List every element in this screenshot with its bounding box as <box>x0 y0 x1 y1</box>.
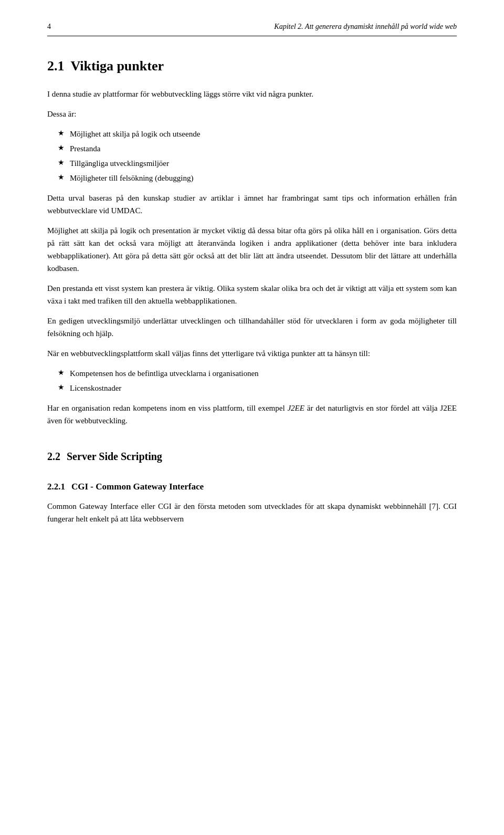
section-2-2-1-title: CGI - Common Gateway Interface <box>71 482 204 492</box>
star-icon: ★ <box>58 128 65 139</box>
dessa-ar-label: Dessa är: <box>47 108 457 120</box>
page-number: 4 <box>47 21 51 33</box>
j2ee-italic: J2EE <box>287 404 304 412</box>
paragraph-utvecklingsmiljo: En gedigen utvecklingsmiljö underlättar … <box>47 315 457 340</box>
paragraph-urval: Detta urval baseras på den kunskap studi… <box>47 192 457 217</box>
list-item: ★ Tillgängliga utvecklingsmiljöer <box>58 157 457 170</box>
bullet-1-text: Möjlighet att skilja på logik och utseen… <box>70 128 200 140</box>
paragraph-mojlighet: Möjlighet att skilja på logik och presen… <box>47 224 457 275</box>
page: 4 Kapitel 2. Att generera dynamiskt inne… <box>0 0 504 835</box>
section-2-2-1-heading: 2.2.1CGI - Common Gateway Interface <box>47 479 457 494</box>
bullet-2-text: Prestanda <box>70 142 100 155</box>
bullet-5-text: Kompetensen hos de befintliga utvecklarn… <box>70 367 259 380</box>
section-2-2-number: 2.2 <box>47 451 60 462</box>
section-2-1-title: Viktiga punkter <box>71 58 164 74</box>
paragraph-har-start: Har en organisation redan kompetens inom… <box>47 404 285 412</box>
bullet-4-text: Möjligheter till felsökning (debugging) <box>70 172 193 184</box>
paragraph-nar: När en webbutvecklingsplattform skall vä… <box>47 347 457 360</box>
section-2-1-number: 2.1 <box>47 58 65 74</box>
section-2-2-heading: 2.2Server Side Scripting <box>47 448 457 465</box>
paragraph-prestanda: Den prestanda ett visst system kan prest… <box>47 282 457 307</box>
bullet-3-text: Tillgängliga utvecklingsmiljöer <box>70 157 169 170</box>
list-item: ★ Kompetensen hos de befintliga utveckla… <box>58 367 457 380</box>
list-item: ★ Möjlighet att skilja på logik och utse… <box>58 128 457 140</box>
section-2-2-title: Server Side Scripting <box>67 451 162 462</box>
star-icon: ★ <box>58 382 65 393</box>
section-2-1-heading: 2.1Viktiga punkter <box>47 55 457 77</box>
list-item: ★ Prestanda <box>58 142 457 155</box>
page-header: 4 Kapitel 2. Att generera dynamiskt inne… <box>47 21 457 36</box>
page-header-title: Kapitel 2. Att generera dynamiskt innehå… <box>274 21 457 33</box>
intro-paragraph: I denna studie av plattformar för webbut… <box>47 88 457 100</box>
bullet-list-2: ★ Kompetensen hos de befintliga utveckla… <box>58 367 457 394</box>
star-icon: ★ <box>58 367 65 379</box>
star-icon: ★ <box>58 172 65 183</box>
paragraph-cgi-intro: Common Gateway Interface eller CGI är de… <box>47 500 457 525</box>
list-item: ★ Licenskostnader <box>58 382 457 394</box>
star-icon: ★ <box>58 142 65 154</box>
section-2-2-1-number: 2.2.1 <box>47 482 65 492</box>
list-item: ★ Möjligheter till felsökning (debugging… <box>58 172 457 184</box>
paragraph-har: Har en organisation redan kompetens inom… <box>47 402 457 427</box>
bullet-6-text: Licenskostnader <box>70 382 121 394</box>
star-icon: ★ <box>58 157 65 169</box>
bullet-list-1: ★ Möjlighet att skilja på logik och utse… <box>58 128 457 184</box>
